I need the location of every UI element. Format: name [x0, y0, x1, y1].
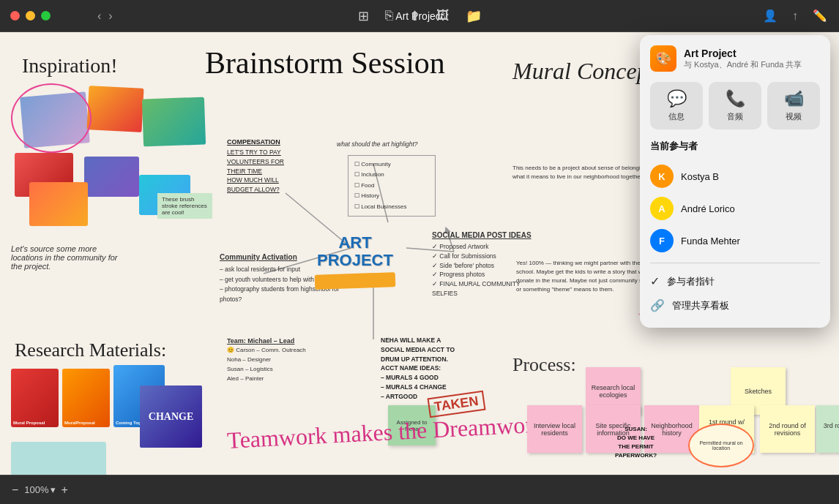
zoom-dropdown-arrow: ▾: [51, 484, 56, 495]
panel-title-group: Art Project 与 Kostya、André 和 Funda 共享: [684, 48, 802, 70]
susan-note: SUSAN:DO WE HAVETHE PERMITPAPERWORK?: [615, 425, 657, 460]
team-block: Team: Michael – Lead 😊 Carson – Comm. Ou…: [227, 336, 359, 384]
photo-5: [84, 157, 139, 197]
checklist-block: ☐ Community ☐ Inclusion ☐ Food ☐ History…: [348, 155, 436, 217]
traffic-lights: [0, 11, 51, 20]
manage-label: 管理共享看板: [672, 299, 729, 312]
kostya-avatar: K: [650, 165, 674, 188]
andre-avatar: A: [650, 197, 674, 220]
audio-icon: 📞: [726, 89, 745, 108]
video-button[interactable]: 📹 视频: [767, 82, 820, 129]
share-panel: 🎨 Art Project 与 Kostya、André 和 Funda 共享 …: [640, 35, 830, 328]
participants-section-title: 当前参与者: [650, 140, 820, 153]
source-text: Let's source some more locations in the …: [11, 244, 121, 271]
video-icon: 📹: [784, 89, 804, 108]
mural-description-note: This needs to be a project about sense o…: [512, 164, 659, 181]
panel-subtitle: 与 Kostya、André 和 Funda 共享: [684, 59, 802, 70]
manage-option[interactable]: 🔗 管理共享看板: [650, 293, 820, 317]
doc-orange: MuralProposal: [62, 369, 110, 427]
panel-header: 🎨 Art Project 与 Kostya、André 和 Funda 共享: [650, 45, 820, 72]
nav-arrows: ‹ ›: [94, 8, 116, 24]
audio-label: 音频: [727, 111, 743, 122]
audio-button[interactable]: 📞 音频: [709, 82, 761, 129]
brainstorm-title: Brainstorm Session: [205, 45, 445, 80]
titlebar-right-icons: 👤 ↑ ✏️: [763, 9, 827, 23]
research-title: Research Materials:: [15, 339, 166, 361]
image-icon[interactable]: 🖼: [436, 8, 450, 23]
sticky-interview: Interview local residents: [527, 405, 582, 453]
sticky-3rd-round: 3rd round find art: [816, 405, 839, 453]
close-button[interactable]: [10, 11, 20, 20]
zoom-level[interactable]: 100% ▾: [24, 484, 55, 495]
cursor-icon: ✓: [650, 274, 660, 288]
share-user-icon[interactable]: 👤: [763, 9, 778, 23]
sticky-2nd-round: 2nd round of revisions: [760, 405, 815, 453]
share-icon[interactable]: ↑: [792, 10, 798, 23]
photo-6: [29, 182, 88, 226]
folder-icon[interactable]: 📁: [466, 8, 482, 24]
highlight-question: what should the art highlight?: [337, 140, 418, 148]
panel-actions: 💬 信息 📞 音频 📹 视频: [650, 82, 820, 129]
photo-circle-highlight: [11, 83, 92, 153]
message-label: 信息: [668, 111, 685, 122]
video-label: 视频: [786, 111, 802, 122]
panel-title: Art Project: [684, 48, 802, 59]
participant-kostya: K Kostya B: [650, 160, 820, 192]
permit-note: Permitted mural on location: [688, 424, 754, 467]
message-button[interactable]: 💬 信息: [650, 82, 703, 129]
manage-icon: 🔗: [650, 298, 665, 312]
compensation-block: COMPENSATION LET'S TRY TO PAYVOLUNTEERS …: [227, 138, 344, 195]
edit-icon[interactable]: ✏️: [813, 9, 827, 23]
back-button[interactable]: ‹: [94, 8, 104, 24]
duplicate-icon[interactable]: ⎘: [385, 8, 393, 23]
photo-3: [142, 97, 206, 147]
photo-2: [86, 86, 143, 132]
zoom-in-button[interactable]: +: [61, 484, 68, 497]
minimize-button[interactable]: [26, 11, 35, 20]
bottombar: − 100% ▾ +: [0, 475, 839, 504]
grid-view-icon[interactable]: ⊞: [358, 8, 369, 24]
doc-red: Mural Proposal: [11, 369, 59, 427]
art-project-bubble: ARTPROJECT: [307, 222, 403, 281]
change-doc: CHANGE: [140, 385, 202, 448]
titlebar: ‹ › Art Project ⊞ ⎘ ⬆ 🖼 📁 👤 ↑ ✏️: [0, 0, 839, 32]
panel-divider: [650, 263, 820, 263]
participant-funda: F Funda Mehter: [650, 225, 820, 257]
forward-button[interactable]: ›: [105, 8, 115, 24]
cursor-option[interactable]: ✓ 参与者指针: [650, 269, 820, 293]
comment-note: Yes! 100% — thinking we might partner wi…: [516, 259, 655, 294]
funda-avatar: F: [650, 229, 674, 252]
participant-andre: A André Lorico: [650, 192, 820, 225]
neha-block: NEHA WILL MAKE ASOCIAL MEDIA ACCT TODRUM…: [381, 336, 509, 401]
process-title: Process:: [512, 354, 576, 376]
upload-icon[interactable]: ⬆: [409, 8, 420, 24]
kostya-name: Kostya B: [681, 171, 719, 182]
message-icon: 💬: [667, 89, 687, 108]
fullscreen-button[interactable]: [41, 11, 51, 20]
funda-name: Funda Mehter: [681, 236, 740, 247]
zoom-percentage: 100%: [24, 484, 48, 495]
brush-note: These brush stroke references are cool!: [157, 193, 212, 219]
andre-name: André Lorico: [681, 203, 735, 214]
zoom-out-button[interactable]: −: [12, 484, 18, 497]
cursor-label: 参与者指针: [667, 275, 715, 288]
panel-app-icon: 🎨: [650, 45, 676, 72]
inspiration-title: Inspiration!: [22, 54, 118, 78]
